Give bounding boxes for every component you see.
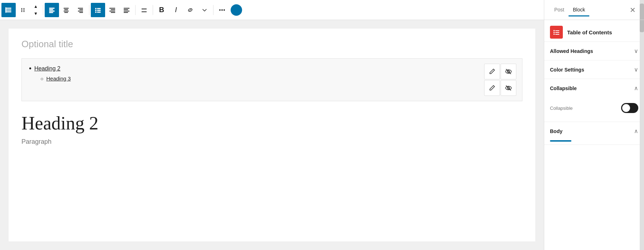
color-settings-title: Color Settings [550, 67, 584, 73]
collapsible-chevron: ∧ [634, 85, 638, 92]
svg-rect-12 [49, 11, 54, 11]
toggle-thumb [622, 104, 630, 112]
toc-link-h2[interactable]: Heading 2 [34, 65, 60, 72]
svg-rect-15 [64, 9, 68, 10]
sep4 [153, 5, 153, 15]
sidebar: Post Block ✕ Table of Contents Allowed H… [544, 0, 644, 250]
sidebar-tabs: Post Block ✕ [544, 0, 644, 20]
bold-btn[interactable]: B [154, 3, 169, 17]
sep3 [135, 5, 136, 15]
svg-rect-11 [49, 9, 53, 10]
edit-h3-btn[interactable] [484, 80, 500, 96]
sep2 [89, 5, 89, 15]
body-chevron: ∧ [634, 128, 638, 134]
collapsible-toggle[interactable]: Collapsible ∧ [544, 79, 644, 97]
toolbar: ▲ ▼ [0, 0, 544, 20]
block-list-btn[interactable] [1, 3, 16, 17]
svg-rect-27 [97, 12, 100, 13]
body-accent-bar [550, 140, 571, 142]
block-controls: ▲ ▼ [1, 3, 41, 17]
svg-rect-37 [142, 10, 147, 10]
collapsible-toggle-row: Collapsible [550, 100, 638, 116]
svg-rect-18 [78, 8, 83, 9]
text-format-group: B I [154, 3, 212, 17]
svg-rect-23 [97, 8, 100, 9]
move-up-btn[interactable]: ▲ [30, 3, 41, 10]
allowed-headings-toggle[interactable]: Allowed Headings ∨ [544, 42, 644, 60]
separator-btn[interactable] [137, 3, 151, 17]
sep1 [43, 5, 43, 15]
bold-icon: B [159, 6, 164, 14]
svg-rect-3 [5, 8, 6, 13]
italic-icon: I [175, 6, 177, 14]
toc-block: Heading 2 Heading 3 [21, 58, 522, 101]
svg-rect-1 [6, 10, 11, 10]
collapsible-toggle-label: Collapsible [550, 106, 573, 111]
svg-rect-2 [6, 11, 11, 12]
more-options-btn[interactable] [215, 3, 229, 17]
svg-rect-30 [109, 11, 115, 11]
editor-wrapper: ▲ ▼ [0, 0, 544, 250]
svg-point-5 [21, 9, 23, 10]
svg-rect-51 [555, 32, 559, 33]
svg-point-26 [95, 11, 97, 13]
svg-rect-20 [78, 11, 83, 11]
dropdown-btn[interactable] [197, 3, 212, 17]
drag-handle-btn[interactable] [16, 3, 30, 17]
link-btn[interactable] [183, 3, 197, 17]
svg-rect-36 [142, 9, 147, 9]
list-indent-btn[interactable] [105, 3, 119, 17]
color-settings-section: Color Settings ∨ [544, 60, 644, 79]
svg-rect-29 [111, 9, 115, 10]
tab-block[interactable]: Block [569, 4, 589, 16]
svg-rect-52 [554, 34, 555, 35]
toc-link-h3[interactable]: Heading 3 [46, 75, 70, 82]
svg-rect-32 [124, 8, 129, 9]
svg-rect-25 [97, 10, 100, 11]
svg-rect-31 [111, 12, 115, 13]
svg-rect-50 [554, 32, 555, 33]
svg-point-4 [21, 8, 23, 9]
body-section: Body ∧ [544, 122, 644, 145]
svg-rect-17 [64, 12, 68, 13]
color-settings-toggle[interactable]: Color Settings ∨ [544, 60, 644, 79]
optional-title[interactable]: Optional title [21, 39, 522, 50]
svg-point-39 [219, 9, 221, 11]
list-group [91, 3, 134, 17]
align-right-btn[interactable] [73, 3, 88, 17]
body-toggle[interactable]: Body ∧ [544, 122, 644, 140]
collapsible-toggle-switch[interactable] [621, 103, 638, 113]
heading2[interactable]: Heading 2 [21, 113, 522, 134]
svg-rect-14 [64, 8, 69, 9]
body-content [544, 140, 644, 142]
svg-point-7 [24, 8, 25, 9]
edit-h2-btn[interactable] [484, 64, 500, 79]
tab-post[interactable]: Post [550, 4, 569, 16]
collapsible-content: Collapsible [544, 97, 644, 122]
svg-point-24 [95, 10, 97, 11]
italic-btn[interactable]: I [169, 3, 183, 17]
list-outdent-btn[interactable] [119, 3, 134, 17]
alignment-group [45, 3, 88, 17]
move-down-btn[interactable]: ▼ [30, 10, 41, 17]
list-ul-btn[interactable] [91, 3, 105, 17]
align-center-btn[interactable] [59, 3, 73, 17]
block-name: Table of Contents [567, 29, 612, 35]
svg-point-6 [21, 11, 23, 12]
editor-card[interactable]: Optional title Heading 2 Heading 3 [9, 29, 535, 241]
svg-rect-16 [64, 11, 69, 11]
sep5 [213, 5, 213, 15]
paragraph[interactable]: Paragraph [21, 138, 522, 146]
hide-h2-btn[interactable] [501, 64, 516, 79]
align-left-btn[interactable] [45, 3, 59, 17]
content-area: Optional title Heading 2 Heading 3 [0, 20, 544, 250]
color-circle[interactable] [231, 4, 242, 16]
svg-rect-0 [6, 8, 11, 9]
color-settings-chevron: ∨ [634, 66, 638, 73]
hide-h3-btn[interactable] [501, 80, 516, 96]
svg-rect-19 [79, 9, 83, 10]
svg-point-40 [221, 9, 223, 11]
allowed-headings-section: Allowed Headings ∨ [544, 42, 644, 60]
close-btn[interactable]: ✕ [627, 4, 638, 16]
toc-item-h2: Heading 2 [29, 64, 515, 73]
